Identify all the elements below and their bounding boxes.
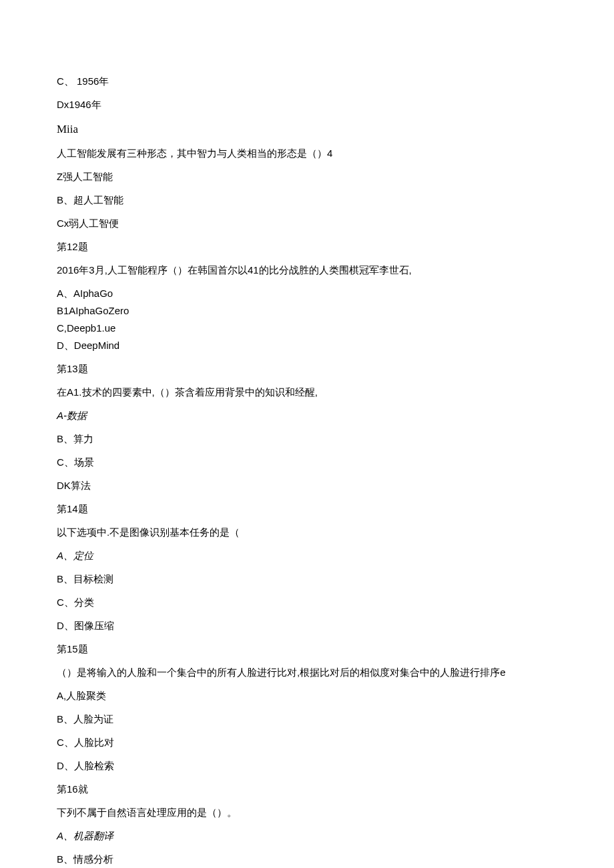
option-b-detection: B、目标桧测 [57, 571, 557, 587]
question-11-stem: 人工智能发展有三种形态，其中智力与人类相当的形态是（）4 [57, 145, 557, 161]
question-13-header: 第13题 [57, 361, 557, 377]
option-a-translation: A、机器翻译 [57, 828, 557, 844]
option-d-algorithm: DK算法 [57, 478, 557, 494]
question-15-header: 第15题 [57, 641, 557, 657]
question-16-header: 第16就 [57, 781, 557, 797]
question-14-header: 第14题 [57, 501, 557, 517]
option-b-face-verify: B、人脸为证 [57, 711, 557, 727]
option-c-1956: C、 1956年 [57, 73, 557, 89]
option-b-sentiment: B、情感分析 [57, 851, 557, 867]
option-a-face-cluster: A,人脸聚类 [57, 688, 557, 704]
question-15-stem: （）是将输入的人脸和一个集合中的所有人脸进行比对,根据比对后的相似度对集合中的人… [57, 665, 557, 681]
option-z-strong-ai: Z强人工智能 [57, 169, 557, 185]
document-content: C、 1956年 Dx1946年 Miia 人工智能发展有三种形态，其中智力与人… [57, 73, 557, 868]
option-d-face-search: D、人脸检索 [57, 758, 557, 774]
option-b-super-ai: B、超人工智能 [57, 192, 557, 208]
option-a-data: A-数据 [57, 408, 557, 424]
option-d-compression: D、图像压缩 [57, 618, 557, 634]
option-d-1946: Dx1946年 [57, 97, 557, 113]
option-a-alphago: A、AIphaGo [57, 286, 557, 302]
text-miia: Miia [57, 120, 557, 138]
option-c-deepblue: C,Deepb1.ue [57, 320, 557, 336]
question-16-stem: 下列不属于自然语言处理应用的是（）。 [57, 805, 557, 821]
question-13-stem: 在A1.技术的四要素中,（）茶含着应用背景中的知识和经醒, [57, 384, 557, 400]
option-b-alphagozero: B1AIphaGoZero [57, 303, 557, 319]
option-c-face-compare: C、人脸比对 [57, 735, 557, 751]
question-12-stem: 2016年3月,人工智能程序（）在韩国首尔以41的比分战胜的人类围棋冠军李世石, [57, 262, 557, 278]
option-d-deepmind: D、DeepMind [57, 338, 557, 354]
option-c-scene: C、场景 [57, 454, 557, 470]
question-14-stem: 以下选项中.不是图像识别基本任务的是（ [57, 524, 557, 540]
option-a-positioning: A、定位 [57, 548, 557, 564]
question-12-header: 第12题 [57, 239, 557, 255]
option-c-weak-ai: Cx弱人工智便 [57, 215, 557, 232]
option-b-compute: B、算力 [57, 431, 557, 447]
option-c-classification: C、分类 [57, 594, 557, 610]
